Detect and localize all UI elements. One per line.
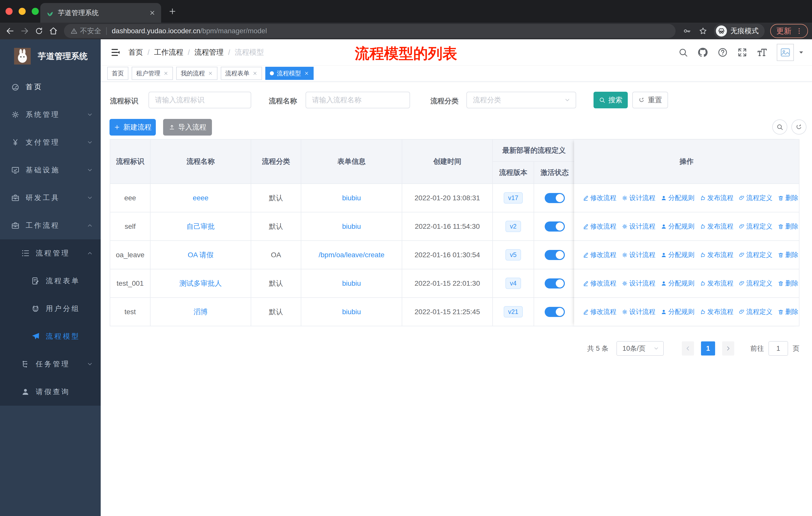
reload-icon[interactable] xyxy=(35,27,43,35)
update-chip[interactable]: 更新 xyxy=(770,24,808,38)
op-publish-process[interactable]: 发布流程 xyxy=(700,279,733,288)
op-design-process[interactable]: 设计流程 xyxy=(622,250,656,259)
refresh-table-button[interactable] xyxy=(791,119,807,135)
security-indicator[interactable]: 不安全 xyxy=(70,26,101,36)
filter-id-input[interactable] xyxy=(148,92,251,108)
op-publish-process[interactable]: 发布流程 xyxy=(700,193,733,202)
op-edit-process[interactable]: 修改流程 xyxy=(583,193,616,202)
cell-form-link[interactable]: biubiu xyxy=(342,279,361,288)
home-icon[interactable] xyxy=(49,26,58,35)
next-page-button[interactable] xyxy=(722,342,734,355)
key-icon[interactable] xyxy=(683,27,691,35)
sidebar-logo[interactable]: 芋道管理系统 xyxy=(0,39,101,73)
active-toggle[interactable] xyxy=(545,221,565,232)
show-search-toggle-button[interactable] xyxy=(772,119,787,135)
avatar[interactable] xyxy=(777,44,794,61)
op-process-definition[interactable]: 流程定义 xyxy=(739,222,773,231)
op-assign-rule[interactable]: 分配规则 xyxy=(661,279,694,288)
window-controls[interactable] xyxy=(5,8,39,15)
forward-icon[interactable] xyxy=(20,26,29,35)
tag-close-icon[interactable] xyxy=(163,71,168,76)
sidebar-item-payment[interactable]: 支付管理 xyxy=(0,129,101,156)
op-publish-process[interactable]: 发布流程 xyxy=(700,307,733,316)
version-tag[interactable]: v17 xyxy=(504,192,523,203)
tag-process-form[interactable]: 流程表单 xyxy=(221,67,262,80)
sidebar-item-system[interactable]: 系统管理 xyxy=(0,101,101,129)
browser-tab[interactable]: 芋道管理系统 xyxy=(40,3,161,23)
goto-page-input[interactable] xyxy=(768,341,788,356)
tag-tenant[interactable]: 租户管理 xyxy=(132,67,173,80)
breadcrumb-process-mgmt[interactable]: 流程管理 xyxy=(194,47,224,57)
sidebar-item-leave-query[interactable]: 请假查询 xyxy=(0,378,101,406)
sidebar-item-process-mgmt[interactable]: 流程管理 xyxy=(0,239,101,267)
op-delete[interactable]: 删除 xyxy=(778,279,799,288)
bookmark-star-icon[interactable] xyxy=(699,27,707,35)
page-number-1[interactable]: 1 xyxy=(701,342,715,355)
search-button[interactable]: 搜索 xyxy=(593,92,628,108)
tab-close-icon[interactable] xyxy=(149,9,155,16)
op-edit-process[interactable]: 修改流程 xyxy=(583,222,616,231)
cell-name-link[interactable]: 自己审批 xyxy=(186,222,215,231)
sidebar-item-user-group[interactable]: 用户分组 xyxy=(0,295,101,323)
op-edit-process[interactable]: 修改流程 xyxy=(583,250,616,259)
op-publish-process[interactable]: 发布流程 xyxy=(700,222,733,231)
breadcrumb-home[interactable]: 首页 xyxy=(128,47,143,57)
create-process-button[interactable]: 新建流程 xyxy=(110,119,156,136)
sidebar-item-workflow[interactable]: 工作流程 xyxy=(0,212,101,239)
cell-name-link[interactable]: eeee xyxy=(193,194,208,202)
cell-form-link[interactable]: biubiu xyxy=(342,222,361,230)
prev-page-button[interactable] xyxy=(682,342,694,355)
cell-form-link[interactable]: biubiu xyxy=(342,308,361,316)
op-delete[interactable]: 删除 xyxy=(778,222,799,231)
new-tab-button[interactable] xyxy=(168,7,177,16)
sidebar-item-task-mgmt[interactable]: 任务管理 xyxy=(0,350,101,378)
cell-form-link[interactable]: /bpm/oa/leave/create xyxy=(319,251,385,259)
close-window-button[interactable] xyxy=(5,8,12,15)
sidebar-item-process-form[interactable]: 流程表单 xyxy=(0,267,101,295)
active-toggle[interactable] xyxy=(545,250,565,260)
tag-home[interactable]: 首页 xyxy=(107,67,128,80)
op-process-definition[interactable]: 流程定义 xyxy=(739,250,773,259)
avatar-caret-down-icon[interactable] xyxy=(798,49,805,56)
version-tag[interactable]: v5 xyxy=(505,249,521,261)
active-toggle[interactable] xyxy=(545,278,565,289)
fullscreen-icon[interactable] xyxy=(737,47,748,58)
cell-name-link[interactable]: 滔博 xyxy=(194,307,208,317)
page-size-select[interactable]: 10条/页 xyxy=(616,341,664,356)
op-assign-rule[interactable]: 分配规则 xyxy=(661,307,694,316)
sidebar-item-process-model[interactable]: 流程模型 xyxy=(0,323,101,350)
breadcrumb-workflow[interactable]: 工作流程 xyxy=(154,47,183,57)
op-delete[interactable]: 删除 xyxy=(778,307,799,316)
github-icon[interactable] xyxy=(697,47,708,58)
op-assign-rule[interactable]: 分配规则 xyxy=(661,250,694,259)
reset-button[interactable]: 重置 xyxy=(632,92,668,108)
op-design-process[interactable]: 设计流程 xyxy=(622,279,656,288)
address-bar[interactable]: 不安全 dashboard.yudao.iocoder.cn/bpm/manag… xyxy=(64,24,675,38)
tag-my-process[interactable]: 我的流程 xyxy=(176,67,218,80)
op-edit-process[interactable]: 修改流程 xyxy=(583,307,616,316)
op-process-definition[interactable]: 流程定义 xyxy=(739,307,773,316)
op-design-process[interactable]: 设计流程 xyxy=(622,307,656,316)
tag-close-icon[interactable] xyxy=(253,71,258,76)
op-assign-rule[interactable]: 分配规则 xyxy=(661,193,694,202)
sidebar-item-home[interactable]: 首页 xyxy=(0,73,101,101)
maximize-window-button[interactable] xyxy=(32,8,39,15)
version-tag[interactable]: v2 xyxy=(505,221,521,232)
sidebar-item-devtools[interactable]: 研发工具 xyxy=(0,184,101,212)
version-tag[interactable]: v4 xyxy=(505,278,521,289)
op-design-process[interactable]: 设计流程 xyxy=(622,193,656,202)
op-delete[interactable]: 删除 xyxy=(778,193,799,202)
op-process-definition[interactable]: 流程定义 xyxy=(739,279,773,288)
op-publish-process[interactable]: 发布流程 xyxy=(700,250,733,259)
sidebar-item-infra[interactable]: 基础设施 xyxy=(0,156,101,184)
filter-category-select[interactable]: 流程分类 xyxy=(466,92,576,108)
browser-menu-kebab-icon[interactable] xyxy=(795,27,803,35)
import-process-button[interactable]: 导入流程 xyxy=(163,119,212,136)
op-process-definition[interactable]: 流程定义 xyxy=(739,193,773,202)
filter-name-input[interactable] xyxy=(306,92,410,108)
cell-form-link[interactable]: biubiu xyxy=(342,194,361,202)
tag-close-icon[interactable] xyxy=(304,71,309,76)
active-toggle[interactable] xyxy=(545,307,565,317)
active-toggle[interactable] xyxy=(545,193,565,203)
tag-process-model[interactable]: 流程模型 xyxy=(265,67,314,80)
